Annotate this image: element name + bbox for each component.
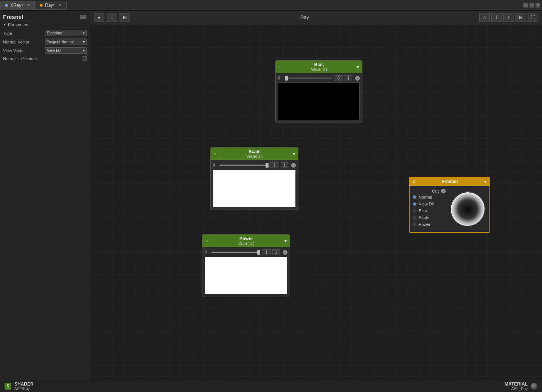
params-triangle-icon: ▼ — [3, 23, 6, 26]
shader-icon: S — [5, 383, 11, 390]
sidebar-title: Fresnel — — [3, 14, 87, 20]
fresnel-viewdir-radio[interactable] — [413, 202, 416, 206]
scale-node-subtitle: Value( 1 ) — [247, 154, 263, 159]
tab-dot-xray — [5, 4, 8, 7]
power-node-header[interactable]: ≡ Power Value( 1 ) ▾ — [202, 235, 290, 247]
bias-node[interactable]: ≡ Bias Value( 0 ) ▾ 0 0 1 — [275, 60, 362, 123]
bias-node-body: 0 0 1 — [276, 73, 362, 123]
param-type-dropdown[interactable]: Standard ▾ — [45, 30, 87, 36]
power-slider-max[interactable]: 1 — [272, 249, 280, 255]
toolbar-fullscreen-btn[interactable]: ⛶ — [528, 13, 538, 22]
fresnel-node-header[interactable]: ≡ Fresnel ▾ — [410, 177, 489, 186]
scale-menu-icon[interactable]: ≡ — [214, 151, 216, 157]
canvas[interactable]: ≡ Bias Value( 0 ) ▾ 0 0 1 ≡ — [90, 24, 542, 380]
win-minimize-btn[interactable]: — — [523, 3, 528, 8]
scale-expand-icon[interactable]: ▾ — [293, 151, 295, 157]
scale-node-header[interactable]: ≡ Scale Value( 1 ) ▾ — [211, 148, 298, 160]
scale-node-preview — [213, 170, 296, 207]
bias-expand-icon[interactable]: ▾ — [357, 64, 359, 70]
win-close-btn[interactable]: ✕ — [535, 3, 540, 8]
fresnel-out-row: Out — [413, 189, 446, 193]
power-node-preview — [205, 257, 287, 294]
tab-ray[interactable]: Ray* ✕ — [35, 1, 67, 10]
fresnel-bias-row: Bias — [413, 208, 446, 213]
power-node-body: 0 1 1 — [202, 247, 290, 297]
power-output-connector[interactable] — [283, 250, 287, 255]
scale-node-title: Scale — [247, 149, 263, 154]
tab-xray-close[interactable]: ✕ — [27, 3, 30, 7]
fresnel-scale-radio[interactable] — [413, 216, 416, 219]
titlebar: XRay* ✕ Ray* ✕ — □ ✕ — [0, 0, 542, 11]
scale-output-connector[interactable] — [291, 163, 296, 168]
power-menu-icon[interactable]: ≡ — [205, 238, 208, 244]
power-slider-track[interactable] — [211, 252, 260, 253]
sidebar-minimize-btn[interactable]: — — [80, 15, 87, 19]
statusbar-material-label: MATERIAL ASE_Ray — [505, 381, 528, 391]
bias-output-connector[interactable] — [355, 76, 360, 81]
power-node-title: Power — [238, 236, 255, 241]
power-slider-min: 0 — [205, 250, 210, 254]
param-view-dropdown[interactable]: View Dir ▾ — [45, 47, 87, 54]
info-icon: i — [496, 15, 497, 20]
statusbar-right: MATERIAL ASE_Ray — [505, 381, 537, 391]
tab-ray-close[interactable]: ✕ — [59, 3, 62, 7]
toolbar-home-btn[interactable]: ⌂ — [479, 13, 490, 22]
fresnel-scale-label: Scale — [419, 215, 429, 220]
toolbar-circle-btn[interactable]: ○ — [107, 13, 117, 22]
toolbar-tiles-btn[interactable]: ⊟ — [516, 13, 526, 22]
sidebar: Fresnel — ▼ Parameters Type Standard ▾ N… — [0, 11, 90, 380]
fresnel-viewdir-row: View Dir — [413, 202, 446, 206]
bias-slider-val[interactable]: 0 — [334, 75, 343, 81]
fresnel-normal-row: Normal — [413, 195, 446, 199]
bias-menu-icon[interactable]: ≡ — [279, 64, 281, 70]
bias-slider-track[interactable] — [285, 78, 332, 79]
fresnel-power-radio[interactable] — [413, 222, 416, 226]
svg-point-1 — [451, 192, 485, 226]
toolbar-grid-btn[interactable]: ⊞ — [120, 13, 130, 22]
scale-slider-val[interactable]: 1 — [270, 162, 279, 168]
power-expand-icon[interactable]: ▾ — [284, 238, 287, 244]
win-restore-btn[interactable]: □ — [529, 3, 534, 8]
toolbar-sphere-btn[interactable]: ● — [94, 13, 104, 22]
bias-node-title: Bias — [311, 62, 327, 67]
fresnel-menu-icon[interactable]: ≡ — [413, 179, 415, 184]
fresnel-node[interactable]: ≡ Fresnel ▾ Out Normal View Dir — [409, 177, 490, 233]
fresnel-node-body: Out Normal View Dir Bias Scale — [410, 186, 489, 232]
bias-node-header[interactable]: ≡ Bias Value( 0 ) ▾ — [276, 61, 362, 73]
param-normal-row: Normal Vector Tangent Normal ▾ — [3, 39, 87, 45]
add-icon: + — [507, 15, 510, 20]
param-view-label: View Vector — [3, 48, 37, 53]
param-view-row: View Vector View Dir ▾ — [3, 47, 87, 54]
fresnel-out-connector[interactable] — [441, 189, 446, 193]
power-slider-val[interactable]: 1 — [262, 249, 271, 255]
scale-slider-track[interactable] — [220, 165, 269, 166]
bias-slider-max[interactable]: 1 — [345, 75, 352, 81]
fresnel-preview-svg — [450, 192, 485, 226]
scale-slider-row: 0 1 1 — [213, 162, 296, 168]
param-normal-dropdown[interactable]: Tangent Normal ▾ — [45, 39, 87, 45]
shader-label: SHADER — [14, 381, 34, 387]
fresnel-bias-radio[interactable] — [413, 209, 416, 213]
material-sphere-icon — [531, 383, 537, 390]
statusbar-left: S SHADER ASE/Ray — [5, 381, 34, 391]
param-view-value: View Dir — [47, 48, 61, 53]
param-normal-label: Normal Vector — [3, 40, 37, 44]
param-normalize-row: Normalize Vectors — [3, 56, 87, 61]
power-node[interactable]: ≡ Power Value( 1 ) ▾ 0 1 1 — [202, 234, 290, 297]
tab-xray[interactable]: XRay* ✕ — [0, 1, 35, 10]
bias-node-subtitle: Value( 0 ) — [311, 67, 327, 72]
fresnel-expand-icon[interactable]: ▾ — [484, 179, 486, 184]
param-normalize-checkbox[interactable] — [82, 56, 87, 61]
scale-node[interactable]: ≡ Scale Value( 1 ) ▾ 0 1 1 — [210, 147, 298, 210]
fresnel-power-row: Power — [413, 222, 446, 227]
fresnel-bias-label: Bias — [419, 208, 427, 213]
toolbar-add-btn[interactable]: + — [503, 13, 514, 22]
fresnel-out-label: Out — [432, 189, 439, 193]
dropdown-arrow-icon2: ▾ — [83, 40, 85, 44]
scale-slider-min: 0 — [213, 163, 218, 167]
fresnel-normal-radio[interactable] — [413, 195, 416, 199]
fresnel-node-title: Fresnel — [415, 179, 484, 184]
toolbar-info-btn[interactable]: i — [491, 13, 502, 22]
scale-slider-max[interactable]: 1 — [281, 162, 288, 168]
param-normalize-label: Normalize Vectors — [3, 56, 37, 61]
